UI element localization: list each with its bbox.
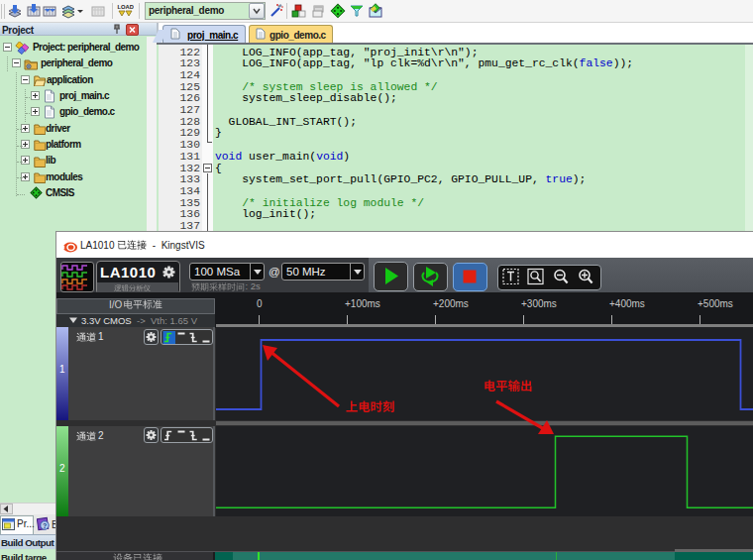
- svg-text:?: ?: [43, 522, 47, 529]
- svg-text:LOAD: LOAD: [118, 4, 134, 10]
